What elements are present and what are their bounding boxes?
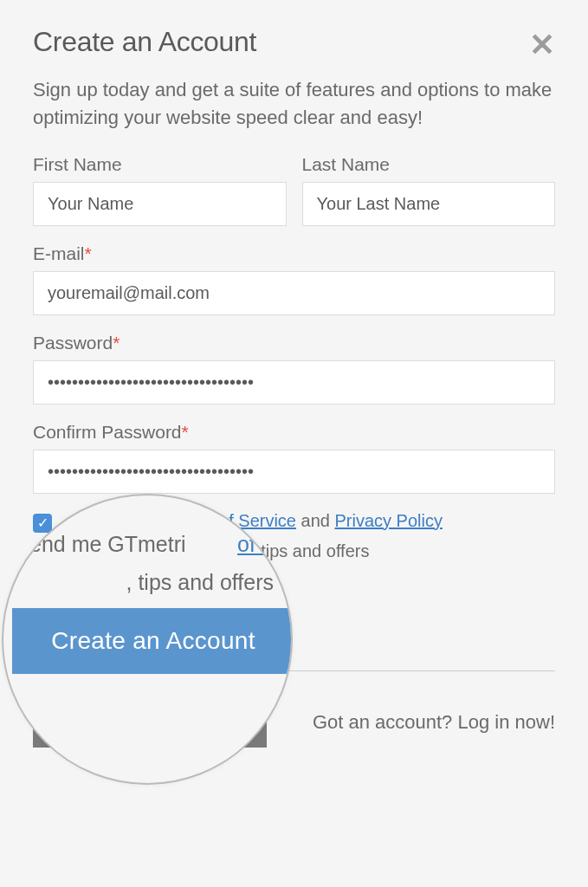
email-input[interactable] <box>33 271 555 315</box>
first-name-group: First Name <box>33 154 287 226</box>
modal-subtitle: Sign up today and get a suite of feature… <box>33 76 555 132</box>
terms-checkbox[interactable]: ✓ <box>33 514 52 533</box>
email-group: E-mail* <box>33 243 555 315</box>
confirm-password-input[interactable] <box>33 450 555 494</box>
modal-title: Create an Account <box>33 26 256 58</box>
login-prompt: Got an account? Log in now! <box>313 711 555 734</box>
create-account-button[interactable]: Create an Account <box>12 608 293 674</box>
name-row: First Name Last Name <box>33 154 555 226</box>
password-input[interactable] <box>33 360 555 405</box>
modal-header: Create an Account ✕ <box>33 26 555 61</box>
password-label: Password* <box>33 333 555 353</box>
magnified-tips-text: , tips and offers <box>126 570 274 595</box>
last-name-input[interactable] <box>302 182 556 226</box>
email-label: E-mail* <box>33 243 555 264</box>
first-name-input[interactable] <box>33 182 287 226</box>
privacy-policy-link[interactable]: Privacy Policy <box>334 511 442 530</box>
first-name-label: First Name <box>33 154 287 175</box>
confirm-password-label: Confirm Password* <box>33 422 555 443</box>
last-name-group: Last Name <box>302 154 556 226</box>
magnifier-overlay: end me GTmetri of Service and Privacy Po… <box>2 494 293 785</box>
close-icon[interactable]: ✕ <box>529 29 555 61</box>
magnified-newsletter-text: end me GTmetri <box>29 532 186 557</box>
last-name-label: Last Name <box>302 154 556 175</box>
confirm-password-group: Confirm Password* <box>33 422 555 494</box>
password-group: Password* <box>33 333 555 405</box>
